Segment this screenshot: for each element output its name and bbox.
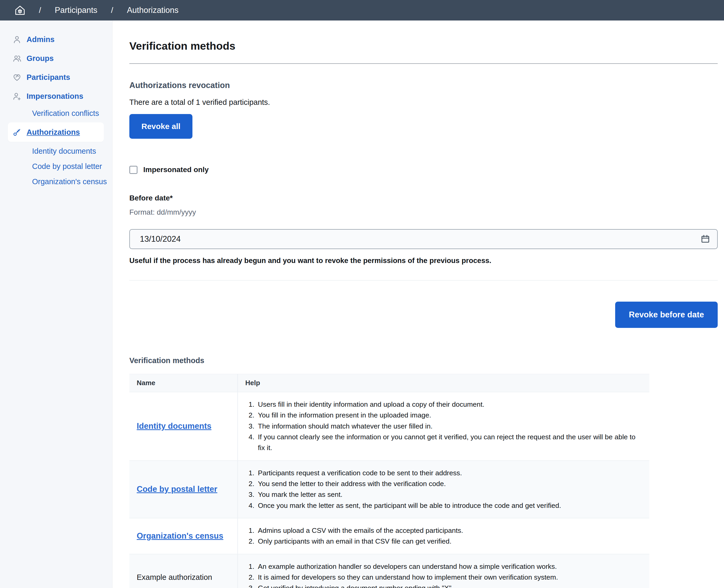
sidebar-item-verification-conflicts[interactable]: Verification conflicts: [0, 106, 112, 121]
help-item: You mark the letter as sent.: [256, 489, 642, 500]
help-item: If you cannot clearly see the informatio…: [256, 432, 642, 454]
table-header-row: Name Help: [129, 374, 649, 392]
method-link-identity-documents[interactable]: Identity documents: [137, 421, 212, 431]
help-item: You fill in the information present in t…: [256, 410, 642, 421]
heart-icon: [13, 73, 21, 82]
methods-heading: Verification methods: [129, 356, 718, 365]
help-list: Admins upload a CSV with the emails of t…: [245, 525, 642, 547]
method-name-example-authorization: Example authorization: [137, 573, 212, 582]
revoke-before-date-button[interactable]: Revoke before date: [615, 301, 718, 328]
authorizations-revocation-section: Authorizations revocation There are a to…: [129, 81, 718, 328]
sidebar-item-label: Participants: [26, 73, 70, 82]
column-header-help: Help: [238, 374, 649, 392]
sidebar: Admins Groups Participants: [0, 21, 113, 588]
before-date-label: Before date*: [129, 194, 718, 202]
verification-methods-section: Verification methods Name Help Identity …: [129, 356, 718, 588]
table-row: Example authorization An example authori…: [129, 554, 649, 588]
calendar-icon[interactable]: [700, 234, 710, 244]
breadcrumb-home-link[interactable]: [15, 5, 25, 16]
impersonated-only-label: Impersonated only: [143, 166, 209, 174]
before-date-help-text: Useful if the process has already begun …: [129, 256, 718, 265]
column-header-name: Name: [129, 374, 238, 392]
help-item: Admins upload a CSV with the emails of t…: [256, 525, 642, 536]
breadcrumb-participants[interactable]: Participants: [55, 5, 97, 15]
sidebar-item-authorizations[interactable]: Authorizations: [8, 122, 104, 142]
method-link-organizations-census[interactable]: Organization's census: [137, 531, 223, 541]
verified-participants-count: There are a total of 1 verified particip…: [129, 98, 718, 107]
help-item: Users fill in their identity information…: [256, 399, 642, 410]
help-item: An example authorization handler so deve…: [256, 561, 642, 572]
breadcrumb: / Participants / Authorizations: [0, 0, 724, 21]
breadcrumb-separator: /: [111, 6, 113, 15]
verification-methods-table: Name Help Identity documents Users fill …: [129, 374, 649, 588]
breadcrumb-authorizations[interactable]: Authorizations: [127, 5, 179, 15]
revoke-all-button[interactable]: Revoke all: [129, 114, 193, 139]
date-input-wrapper: [129, 229, 718, 249]
page-title: Verification methods: [129, 40, 718, 52]
revocation-actions: Revoke before date: [129, 301, 718, 328]
help-list: Participants request a verification code…: [245, 468, 642, 511]
before-date-input[interactable]: [140, 234, 700, 244]
home-icon: [15, 5, 25, 16]
breadcrumb-separator: /: [39, 6, 41, 15]
before-date-field: Before date* Format: dd/mm/yyyy Useful i…: [129, 194, 718, 265]
sidebar-item-admins[interactable]: Admins: [0, 30, 112, 49]
sidebar-item-participants[interactable]: Participants: [0, 68, 112, 87]
help-item: It is aimed for developers so they can u…: [256, 572, 642, 583]
help-item: Participants request a verification code…: [256, 468, 642, 479]
title-divider: [129, 63, 718, 64]
sidebar-item-label: Code by postal letter: [32, 162, 102, 171]
sidebar-item-label: Verification conflicts: [32, 109, 99, 118]
impersonated-only-checkbox[interactable]: [129, 166, 138, 174]
table-row: Code by postal letter Participants reque…: [129, 460, 649, 518]
revocation-heading: Authorizations revocation: [129, 81, 718, 90]
person-add-icon: [13, 92, 21, 101]
main-content: Verification methods Authorizations revo…: [113, 21, 724, 588]
section-divider: [129, 280, 718, 280]
help-list: Users fill in their identity information…: [245, 399, 642, 454]
sidebar-item-impersonations[interactable]: Impersonations: [0, 87, 112, 106]
help-item: Get verified by introducing a document n…: [256, 583, 642, 588]
table-row: Identity documents Users fill in their i…: [129, 392, 649, 460]
impersonated-only-row: Impersonated only: [129, 166, 718, 174]
table-row: Organization's census Admins upload a CS…: [129, 518, 649, 554]
sidebar-item-organizations-census[interactable]: Organization's census: [0, 174, 112, 189]
sidebar-item-label: Impersonations: [26, 92, 83, 101]
help-list: An example authorization handler so deve…: [245, 561, 642, 588]
method-link-code-by-postal-letter[interactable]: Code by postal letter: [137, 484, 217, 494]
sidebar-item-label: Organization's census: [32, 177, 107, 186]
sidebar-item-label: Authorizations: [26, 128, 80, 136]
help-item: Once you mark the letter as sent, the pa…: [256, 500, 642, 511]
help-item: The information should match whatever th…: [256, 421, 642, 432]
help-item: You send the letter to their address wit…: [256, 479, 642, 489]
person-icon: [13, 35, 21, 44]
sidebar-item-code-by-postal-letter[interactable]: Code by postal letter: [0, 159, 112, 174]
sidebar-item-label: Admins: [26, 35, 55, 44]
key-icon: [13, 128, 21, 136]
sidebar-item-groups[interactable]: Groups: [0, 49, 112, 68]
sidebar-item-label: Groups: [26, 54, 54, 63]
sidebar-item-identity-documents[interactable]: Identity documents: [0, 144, 112, 159]
sidebar-item-label: Identity documents: [32, 147, 96, 155]
date-format-hint: Format: dd/mm/yyyy: [129, 208, 718, 216]
help-item: Only participants with an email in that …: [256, 536, 642, 547]
people-icon: [13, 54, 21, 63]
